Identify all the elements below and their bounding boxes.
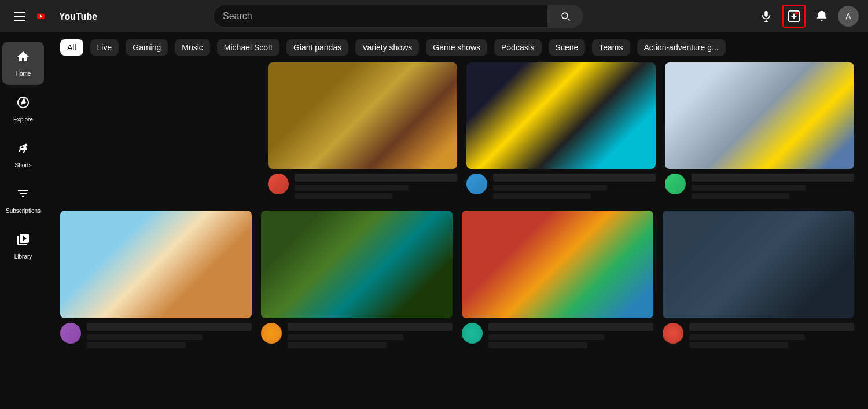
video-stats-v1 [295, 193, 392, 199]
filter-chip-music[interactable]: Music [175, 39, 210, 56]
sidebar-item-shorts[interactable]: Shorts [2, 133, 44, 176]
video-title-v1 [295, 174, 457, 182]
video-stats-v4 [87, 342, 186, 348]
video-title-v6 [488, 323, 653, 331]
filter-chip-all[interactable]: All [60, 39, 83, 56]
shorts-icon [16, 141, 30, 159]
video-channel-v7 [689, 334, 805, 340]
home-icon [16, 50, 30, 67]
video-meta-v2 [493, 174, 656, 199]
channel-avatar-v5[interactable] [261, 323, 282, 344]
video-thumbnail-v5 [261, 211, 453, 318]
header-search [213, 5, 583, 28]
video-meta-v6 [488, 323, 653, 348]
youtube-wordmark: YouTube [59, 10, 111, 22]
video-thumbnail-v4 [60, 211, 252, 318]
sidebar: Home Explore Shorts Subscriptions [0, 32, 46, 409]
youtube-logo-icon [37, 9, 57, 23]
video-info-v6 [462, 318, 653, 351]
video-stats-v5 [288, 342, 387, 348]
filter-chip-giant-pandas[interactable]: Giant pandas [286, 39, 348, 56]
search-input[interactable] [213, 5, 547, 28]
sidebar-label-explore: Explore [13, 116, 33, 123]
video-stats-v7 [689, 342, 788, 348]
video-channel-v1 [295, 185, 409, 191]
filter-chip-podcasts[interactable]: Podcasts [494, 39, 542, 56]
channel-avatar-v7[interactable] [663, 323, 683, 344]
channel-avatar-v3[interactable] [665, 174, 686, 194]
channel-avatar-v1[interactable] [268, 174, 289, 194]
header: YouTube [0, 0, 868, 32]
explore-icon [16, 95, 30, 113]
header-right: A [755, 5, 859, 28]
bell-icon [815, 10, 828, 23]
filter-chip-teams[interactable]: Teams [592, 39, 630, 56]
filter-chip-game-shows[interactable]: Game shows [426, 39, 487, 56]
channel-avatar-v6[interactable] [462, 323, 483, 344]
filter-chip-gaming[interactable]: Gaming [126, 39, 168, 56]
video-stats-v2 [493, 193, 591, 199]
video-card-v7[interactable] [663, 211, 854, 351]
mic-button[interactable] [755, 5, 778, 28]
svg-rect-7 [795, 12, 799, 15]
sidebar-label-subscriptions: Subscriptions [6, 208, 41, 214]
top-video-row [46, 62, 868, 201]
video-channel-v3 [692, 185, 806, 191]
notifications-button[interactable] [810, 5, 833, 28]
channel-avatar-v2[interactable] [466, 174, 487, 194]
video-channel-v4 [87, 334, 203, 340]
sidebar-item-explore[interactable]: Explore [2, 87, 44, 131]
sidebar-label-library: Library [14, 253, 32, 260]
video-channel-v2 [493, 185, 607, 191]
video-thumbnail-v1 [268, 62, 457, 169]
video-channel-v6 [488, 334, 604, 340]
video-title-v7 [689, 323, 854, 331]
video-card-v6[interactable] [462, 211, 653, 351]
video-card-v1[interactable] [268, 62, 457, 201]
video-card-v5[interactable] [261, 211, 453, 351]
subscriptions-icon [16, 187, 30, 204]
video-card-v3[interactable] [665, 62, 854, 201]
header-left: YouTube [9, 7, 125, 25]
video-meta-v7 [689, 323, 854, 348]
create-icon [788, 10, 800, 23]
mic-icon [760, 10, 773, 23]
svg-text:YouTube: YouTube [59, 12, 97, 21]
filter-chip-variety-shows[interactable]: Variety shows [355, 39, 419, 56]
channel-avatar-v4[interactable] [60, 323, 81, 344]
video-channel-v5 [288, 334, 403, 340]
avatar-initial: A [845, 12, 851, 21]
filter-chip-michael-scott[interactable]: Michael Scott [217, 39, 279, 56]
user-avatar-button[interactable]: A [838, 6, 859, 27]
video-title-v5 [288, 323, 453, 331]
sidebar-item-subscriptions[interactable]: Subscriptions [2, 179, 44, 222]
bottom-video-row [46, 211, 868, 351]
video-meta-v4 [87, 323, 252, 348]
search-form[interactable] [213, 5, 583, 28]
video-stats-v6 [488, 342, 587, 348]
video-thumbnail-v2 [466, 62, 656, 169]
video-thumbnail-v6 [462, 211, 653, 318]
video-title-v2 [493, 174, 656, 182]
create-button[interactable] [782, 5, 806, 28]
filter-chip-live[interactable]: Live [90, 39, 119, 56]
menu-button[interactable] [9, 7, 30, 25]
sidebar-item-library[interactable]: Library [2, 224, 44, 268]
video-card-v2[interactable] [466, 62, 656, 201]
video-stats-v3 [692, 193, 789, 199]
video-info-v2 [466, 169, 656, 201]
video-info-v7 [663, 318, 854, 351]
filter-chip-scene[interactable]: Scene [549, 39, 586, 56]
video-title-v4 [87, 323, 252, 331]
youtube-logo[interactable]: YouTube [37, 9, 111, 23]
sidebar-item-home[interactable]: Home [2, 42, 44, 85]
video-info-v3 [665, 169, 854, 201]
video-card-v4[interactable] [60, 211, 252, 351]
svg-rect-3 [764, 11, 768, 17]
video-info-v1 [268, 169, 457, 201]
search-button[interactable] [547, 5, 583, 28]
main-content: AllLiveGamingMusicMichael ScottGiant pan… [46, 32, 868, 351]
video-meta-v5 [288, 323, 453, 348]
filter-chip-action-adventure[interactable]: Action-adventure g... [637, 39, 726, 56]
video-info-v4 [60, 318, 252, 351]
